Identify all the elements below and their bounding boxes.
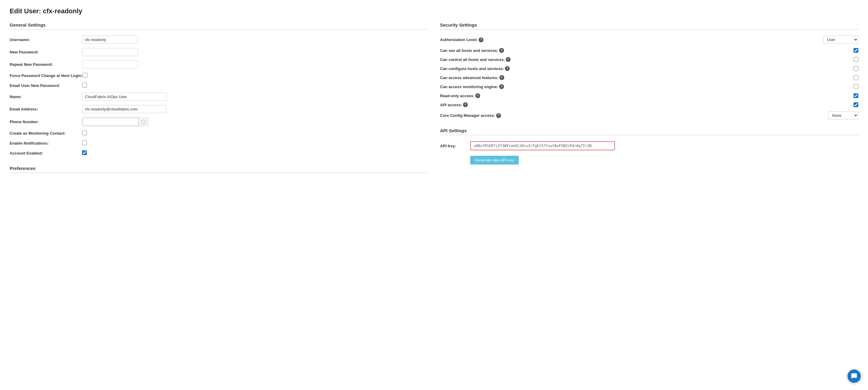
- name-label: Name:: [10, 94, 82, 99]
- generate-api-key-button[interactable]: Generate new API key: [470, 156, 519, 165]
- api-access-control: [854, 102, 858, 107]
- notifications-label: Enable Notifications:: [10, 141, 82, 145]
- email-user-checkbox[interactable]: [82, 83, 87, 87]
- monitoring-contact-field-wrap: [82, 131, 87, 136]
- auth-level-row: Authorization Level: ? User Admin Read-O…: [440, 36, 858, 44]
- control-hosts-help-icon[interactable]: ?: [506, 57, 510, 62]
- phone-icon: [141, 119, 146, 124]
- advanced-features-help-icon[interactable]: ?: [499, 75, 504, 80]
- control-hosts-control: [854, 57, 858, 62]
- force-password-label: Force Password Change at Next Login:: [10, 73, 83, 78]
- new-password-label: New Password:: [10, 50, 82, 54]
- notifications-field-wrap: [82, 140, 87, 146]
- username-field-wrap: [82, 36, 138, 44]
- configure-hosts-label: Can configure hosts and services: ?: [440, 66, 510, 71]
- email-address-label: Email Address:: [10, 107, 82, 111]
- force-password-checkbox[interactable]: [83, 73, 88, 78]
- advanced-features-row: Can access advanced features: ?: [440, 75, 858, 80]
- phone-input[interactable]: [82, 118, 138, 126]
- monitoring-engine-checkbox[interactable]: [854, 84, 858, 89]
- new-password-row: New Password:: [10, 48, 428, 56]
- api-key-label: API Key:: [440, 144, 470, 148]
- account-enabled-row: Account Enabled:: [10, 150, 428, 156]
- readonly-access-label: Read-only access: ?: [440, 93, 480, 98]
- account-enabled-label: Account Enabled:: [10, 151, 82, 156]
- core-config-select[interactable]: None Read Write: [828, 111, 858, 119]
- name-field-wrap: [82, 93, 166, 101]
- general-settings-title: General Settings: [10, 22, 428, 30]
- see-hosts-control: [854, 48, 858, 53]
- email-user-label: Email User New Password:: [10, 83, 82, 88]
- force-password-row: Force Password Change at Next Login:: [10, 73, 428, 79]
- security-settings-title: Security Settings: [440, 22, 858, 30]
- api-settings-title: API Settings: [440, 128, 858, 135]
- readonly-access-row: Read-only access: ?: [440, 93, 858, 98]
- monitoring-engine-control: [854, 84, 858, 89]
- see-hosts-row: Can see all hosts and services: ?: [440, 48, 858, 53]
- username-label: Username:: [10, 37, 82, 42]
- repeat-password-field-wrap: [82, 60, 138, 68]
- advanced-features-checkbox[interactable]: [854, 75, 858, 80]
- core-config-label: Core Config Manager access: ?: [440, 113, 501, 118]
- phone-field-wrap: [82, 117, 149, 126]
- readonly-access-checkbox[interactable]: [854, 93, 858, 98]
- general-settings-section: General Settings Username: New Password:…: [10, 22, 428, 179]
- configure-hosts-row: Can configure hosts and services: ?: [440, 66, 858, 71]
- phone-row: Phone Number:: [10, 117, 428, 126]
- phone-icon-button[interactable]: [138, 118, 148, 126]
- see-hosts-help-icon[interactable]: ?: [499, 48, 504, 53]
- email-address-row: Email Address:: [10, 105, 428, 113]
- api-settings-section: API Settings API Key: Generate new API k…: [440, 128, 858, 165]
- name-row: Name:: [10, 93, 428, 101]
- new-password-field-wrap: [82, 48, 138, 56]
- auth-level-label: Authorization Level: ?: [440, 37, 484, 42]
- core-config-row: Core Config Manager access: ? None Read …: [440, 111, 858, 119]
- core-config-control: None Read Write: [828, 111, 858, 119]
- name-input[interactable]: [82, 93, 166, 101]
- api-key-input[interactable]: [470, 141, 615, 150]
- repeat-password-row: Repeat New Password:: [10, 60, 428, 68]
- readonly-access-help-icon[interactable]: ?: [475, 93, 480, 98]
- monitoring-engine-row: Can access monitoring engine: ?: [440, 84, 858, 89]
- see-hosts-checkbox[interactable]: [854, 48, 858, 53]
- phone-label: Phone Number:: [10, 119, 82, 124]
- api-access-label: API access: ?: [440, 102, 468, 107]
- notifications-checkbox[interactable]: [82, 140, 87, 145]
- notifications-row: Enable Notifications:: [10, 140, 428, 146]
- auth-level-control: User Admin Read-Only: [823, 36, 858, 44]
- see-hosts-label: Can see all hosts and services: ?: [440, 48, 504, 53]
- monitoring-engine-help-icon[interactable]: ?: [499, 84, 504, 89]
- email-user-row: Email User New Password:: [10, 83, 428, 88]
- repeat-password-label: Repeat New Password:: [10, 62, 82, 67]
- api-access-checkbox[interactable]: [854, 102, 858, 107]
- monitoring-contact-row: Create as Monitoring Contact:: [10, 131, 428, 136]
- svg-point-0: [142, 120, 145, 124]
- core-config-help-icon[interactable]: ?: [496, 113, 501, 118]
- control-hosts-label: Can control all hosts and services: ?: [440, 57, 510, 62]
- page-title: Edit User: cfx-readonly: [10, 7, 858, 15]
- account-enabled-field-wrap: [82, 150, 87, 156]
- advanced-features-label: Can access advanced features: ?: [440, 75, 504, 80]
- advanced-features-control: [854, 75, 858, 80]
- control-hosts-checkbox[interactable]: [854, 57, 858, 62]
- account-enabled-checkbox[interactable]: [82, 150, 87, 155]
- api-access-help-icon[interactable]: ?: [463, 102, 468, 107]
- security-settings-section: Security Settings Authorization Level: ?…: [440, 22, 858, 119]
- configure-hosts-checkbox[interactable]: [854, 66, 858, 71]
- email-address-input[interactable]: [82, 105, 166, 113]
- api-key-row: API Key:: [440, 141, 858, 150]
- phone-input-wrap: [82, 117, 149, 126]
- force-password-field-wrap: [83, 73, 88, 79]
- readonly-access-control: [854, 93, 858, 98]
- username-input[interactable]: [82, 36, 138, 44]
- control-hosts-row: Can control all hosts and services: ?: [440, 57, 858, 62]
- repeat-password-input[interactable]: [82, 60, 138, 68]
- email-user-field-wrap: [82, 83, 87, 88]
- new-password-input[interactable]: [82, 48, 138, 56]
- auth-level-select[interactable]: User Admin Read-Only: [823, 36, 858, 44]
- auth-level-help-icon[interactable]: ?: [478, 37, 484, 42]
- monitoring-contact-checkbox[interactable]: [82, 131, 87, 135]
- configure-hosts-help-icon[interactable]: ?: [505, 66, 510, 71]
- monitoring-engine-label: Can access monitoring engine: ?: [440, 84, 504, 89]
- username-row: Username:: [10, 36, 428, 44]
